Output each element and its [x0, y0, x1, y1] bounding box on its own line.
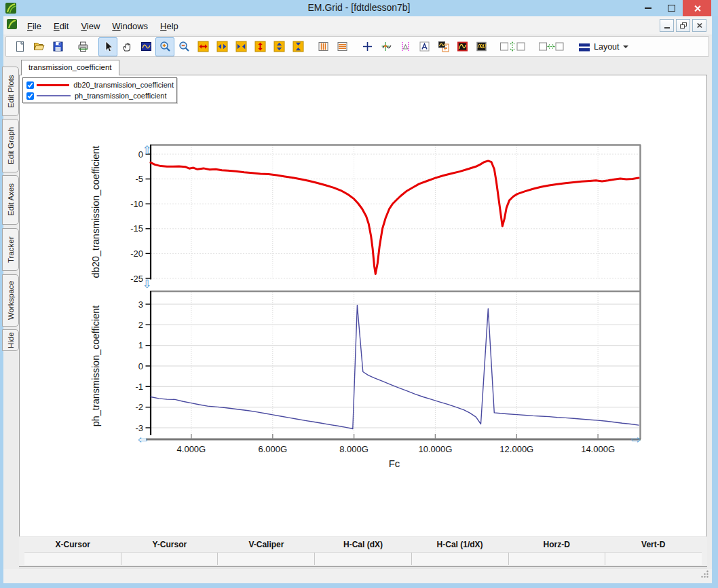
maximize-button[interactable]	[660, 0, 683, 16]
status-strip	[3, 569, 712, 583]
select-arrow-icon	[102, 40, 115, 53]
fit-horizontal-toggle-icon	[538, 40, 565, 53]
readout-header-vert-d: Vert-D	[605, 540, 702, 549]
new-document-icon	[14, 40, 26, 53]
readout-header-y-cursor: Y-Cursor	[121, 540, 219, 549]
readout-value-x-cursor	[24, 553, 121, 565]
open-file-button[interactable]	[29, 37, 48, 56]
caliper-button[interactable]	[396, 37, 415, 56]
mdi-minimize-icon	[664, 27, 670, 29]
expand-vertical-icon	[254, 40, 267, 53]
fit-horizontal-toggle-button[interactable]	[535, 37, 568, 56]
spread-horizontal-button[interactable]	[212, 37, 231, 56]
vertical-markers-icon	[317, 40, 330, 53]
text-annotation-icon	[418, 40, 431, 53]
document-logo-icon	[7, 19, 17, 32]
window-border-bottom	[0, 583, 718, 588]
expand-vertical-button[interactable]	[250, 37, 269, 56]
minimize-button[interactable]	[637, 0, 660, 16]
layout-icon	[578, 41, 590, 53]
cursor-readout-panel: X-CursorY-CursorV-CaliperH-Cal (dX)H-Cal…	[19, 536, 707, 567]
maximize-icon	[668, 5, 675, 12]
zoom-in-icon	[159, 40, 172, 53]
save-button[interactable]	[48, 37, 67, 56]
close-button[interactable]	[683, 0, 711, 16]
window-border-right	[712, 16, 718, 588]
save-icon	[52, 40, 64, 53]
menu-item-file[interactable]: File	[21, 18, 48, 34]
app-window: EM.Grid - [fdtdlesson7b] FileEditViewWin…	[0, 0, 718, 588]
mdi-restore-button[interactable]	[676, 19, 690, 32]
chevron-down-icon	[623, 45, 628, 48]
plot-legend: db20_transmission_coefficientph_transmis…	[22, 77, 177, 103]
legend-item: db20_transmission_coefficient	[23, 79, 176, 90]
spread-horizontal-icon	[216, 40, 229, 53]
compress-horizontal-icon	[235, 40, 248, 53]
legend-checkbox-1[interactable]	[26, 92, 34, 100]
compress-vertical-icon	[292, 40, 305, 53]
readout-header-x-cursor: X-Cursor	[24, 540, 121, 549]
readout-value-vert-d	[605, 553, 702, 565]
report-icon	[437, 40, 450, 53]
compress-vertical-button[interactable]	[288, 37, 307, 56]
toolbar: Layout	[5, 36, 709, 57]
zoom-window-button[interactable]	[136, 37, 155, 56]
menu-item-view[interactable]: View	[75, 18, 106, 34]
horizontal-markers-icon	[336, 40, 349, 53]
sidebar-tab-hide[interactable]: Hide	[2, 329, 19, 351]
resize-grip[interactable]	[700, 569, 709, 581]
fit-vertical-toggle-icon	[499, 40, 527, 53]
report-button[interactable]	[434, 37, 453, 56]
title-bar[interactable]: EM.Grid - [fdtdlesson7b]	[0, 0, 718, 16]
plot-window-button[interactable]	[453, 37, 472, 56]
readout-header-horz-d: Horz-D	[508, 540, 605, 549]
plot-document-area	[19, 75, 707, 566]
spread-vertical-button[interactable]	[269, 37, 288, 56]
compress-horizontal-button[interactable]	[231, 37, 250, 56]
readout-value-h-cal-dx-	[314, 553, 411, 565]
caliper-icon	[399, 40, 412, 53]
sidebar-tab-tracker[interactable]: Tracker	[2, 228, 19, 271]
print-button[interactable]	[73, 37, 92, 56]
open-file-icon	[33, 40, 45, 53]
plot-overlay-button[interactable]	[472, 37, 491, 56]
close-icon	[694, 5, 701, 12]
readout-value-h-cal-1-dx-	[411, 553, 508, 565]
legend-item: ph_transmission_coefficient	[23, 90, 176, 101]
mdi-close-button[interactable]	[692, 19, 706, 32]
menu-item-help[interactable]: Help	[154, 18, 185, 34]
menu-bar: FileEditViewWindowsHelp	[3, 16, 712, 35]
vertical-markers-button[interactable]	[314, 37, 333, 56]
zoom-window-icon	[140, 40, 153, 53]
sidebar-tab-edit-graph[interactable]: Edit Graph	[2, 119, 19, 172]
zoom-out-button[interactable]	[174, 37, 193, 56]
readout-header-h-cal-1-dx-: H-Cal (1/dX)	[411, 540, 508, 549]
sidebar-tab-workspace[interactable]: Workspace	[2, 274, 19, 327]
menu-item-edit[interactable]: Edit	[48, 18, 75, 34]
readout-value-v-caliper	[217, 553, 314, 565]
layout-menu-button[interactable]: Layout	[574, 38, 632, 56]
zoom-in-button[interactable]	[155, 37, 174, 56]
readout-header-v-caliper: V-Caliper	[218, 540, 315, 549]
tracker-button[interactable]	[377, 37, 396, 56]
readout-value-y-cursor	[121, 553, 218, 565]
horizontal-markers-button[interactable]	[333, 37, 352, 56]
mdi-minimize-button[interactable]	[660, 19, 674, 32]
expand-horizontal-button[interactable]	[193, 37, 212, 56]
pan-hand-button[interactable]	[117, 37, 136, 56]
sidebar-tab-edit-axes[interactable]: Edit Axes	[2, 175, 19, 225]
fit-vertical-toggle-button[interactable]	[497, 37, 529, 56]
legend-checkbox-0[interactable]	[26, 81, 34, 89]
crosshair-button[interactable]	[358, 37, 377, 56]
document-tab[interactable]: transmission_coefficient	[21, 60, 119, 75]
plot-overlay-icon	[475, 40, 488, 53]
text-annotation-button[interactable]	[415, 37, 434, 56]
menu-item-windows[interactable]: Windows	[106, 18, 154, 34]
readout-value-horz-d	[508, 553, 605, 565]
new-document-button[interactable]	[10, 37, 29, 56]
tracker-icon	[380, 40, 393, 53]
spread-vertical-icon	[273, 40, 286, 53]
sidebar-tab-edit-plots[interactable]: Edit Plots	[2, 67, 19, 116]
zoom-out-icon	[178, 40, 191, 53]
select-arrow-button[interactable]	[98, 37, 117, 56]
